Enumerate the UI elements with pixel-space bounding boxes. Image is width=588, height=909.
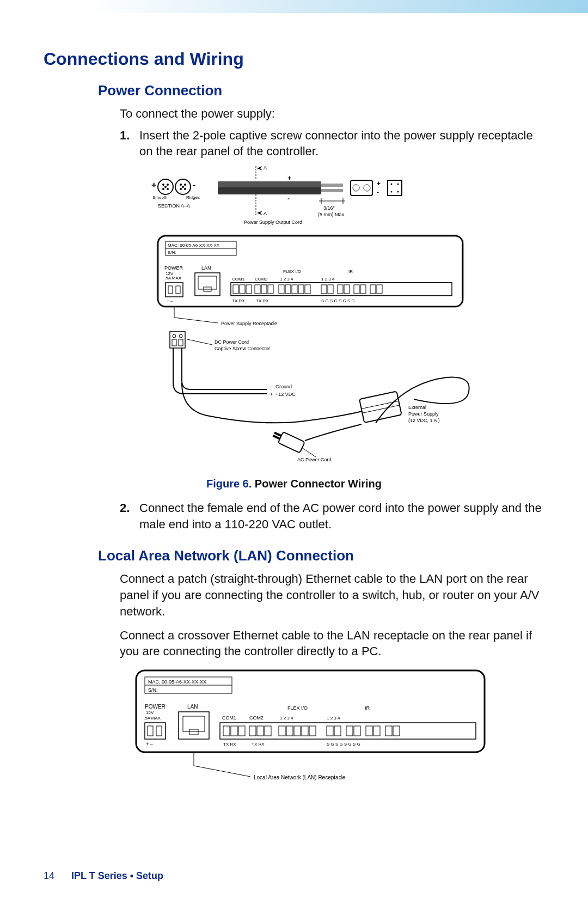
label-ir: IR (348, 269, 353, 274)
label-dim1: 3/16" (323, 205, 335, 211)
step-1-number: 1. (120, 127, 130, 144)
svg-text:1       2       3       4: 1 2 3 4 (321, 277, 335, 282)
svg-point-31 (397, 191, 399, 193)
doc-reference: IPL T Series • Setup (71, 870, 163, 881)
svg-point-8 (180, 184, 182, 186)
svg-rect-22 (351, 180, 372, 196)
svg-point-23 (353, 185, 359, 191)
label-txrx2: TX RX (256, 298, 269, 303)
lan-diagram: MAC: 00-05-A6-XX-XX-XX S/N: POWER 12V .5… (131, 665, 501, 803)
step-1-text: Insert the 2-pole captive screw connecto… (139, 129, 533, 158)
svg-point-9 (184, 184, 186, 186)
label-mac: MAC: 00-05-A6-XX-XX-XX (168, 243, 220, 248)
svg-text:COM1: COM1 (222, 715, 236, 721)
svg-text:COM2: COM2 (249, 715, 264, 721)
svg-rect-20 (321, 189, 343, 192)
svg-rect-102 (220, 723, 476, 739)
step-1: 1. Insert the 2-pole captive screw conne… (120, 127, 544, 160)
figure-6-diagram: + - Smooth Ridges SECTION A–A A A (142, 165, 490, 472)
svg-text:+  –: + – (167, 298, 173, 303)
label-power: POWER (164, 265, 183, 271)
label-ext3: (12 VDC, 1 A ) (408, 418, 440, 423)
svg-rect-82 (278, 432, 305, 453)
label-section: SECTION A–A (158, 203, 190, 209)
svg-text:1         2         3         : 1 2 3 4 (327, 716, 340, 721)
label-com1: COM1 (232, 277, 245, 282)
svg-text:1    2    3    4: 1 2 3 4 (280, 716, 293, 721)
svg-line-85 (303, 448, 316, 457)
label-vdc12: +12 VDC (275, 392, 296, 397)
svg-text:+  –: + – (146, 741, 153, 747)
svg-text:.5A MAX: .5A MAX (144, 716, 161, 721)
svg-rect-18 (218, 181, 321, 187)
svg-text:+: + (270, 392, 273, 397)
svg-text:+: + (287, 174, 291, 182)
svg-text:-: - (377, 188, 379, 196)
label-lan-receptacle: Local Area Network (LAN) Receptacle (254, 774, 346, 780)
lan-p2: Connect a crossover Ethernet cable to th… (120, 627, 544, 660)
figure-6-caption: Figure 6. Power Connector Wiring (44, 478, 544, 490)
label-csc: Captive Screw Connector (215, 346, 270, 351)
lan-connection-heading: Local Area Network (LAN) Connection (98, 547, 544, 564)
lan-p1: Connect a patch (straight-through) Ether… (120, 571, 544, 619)
label-sg: S G S G S G S G (321, 298, 355, 303)
svg-line-77 (187, 339, 212, 345)
power-connection-heading: Power Connection (98, 82, 544, 99)
label-pso: Power Supply Output Cord (244, 219, 302, 225)
label-ground: Ground (275, 384, 292, 389)
svg-text:FLEX I/O: FLEX I/O (287, 705, 308, 711)
svg-text:LAN: LAN (187, 704, 198, 710)
label-com2: COM2 (255, 277, 268, 282)
svg-text:-: - (193, 180, 195, 190)
svg-point-2 (162, 184, 164, 186)
svg-rect-94 (145, 723, 166, 739)
svg-text:S/N:: S/N: (148, 687, 158, 693)
label-a-top: A (264, 165, 267, 170)
main-title: Connections and Wiring (44, 49, 544, 69)
svg-text:TX RX: TX RX (252, 742, 265, 747)
svg-point-30 (391, 191, 393, 193)
step-2-text: Connect the female end of the AC power c… (139, 501, 542, 531)
svg-text:12V: 12V (146, 710, 154, 715)
svg-line-71 (174, 318, 218, 323)
svg-line-132 (194, 766, 250, 777)
label-dim2: (5 mm) Max. (318, 212, 346, 217)
svg-text:TX RX: TX RX (223, 742, 236, 747)
svg-point-5 (167, 188, 169, 190)
svg-text:–: – (270, 384, 273, 389)
svg-rect-19 (321, 184, 343, 187)
page-number: 14 (44, 870, 54, 881)
svg-point-10 (180, 188, 182, 190)
svg-rect-80 (359, 392, 402, 423)
label-smooth: Smooth (152, 195, 168, 200)
svg-text:+: + (151, 180, 156, 190)
label-txrx1: TX RX (232, 298, 245, 303)
label-flexio: FLEX I/O (283, 269, 301, 274)
label-lan: LAN (201, 265, 211, 271)
svg-text:-: - (287, 195, 290, 203)
figure-6-text: Power Connector Wiring (252, 478, 382, 490)
label-sn: S/N: (168, 250, 176, 255)
power-steps: 1. Insert the 2-pole captive screw conne… (120, 127, 544, 160)
svg-text:S  G  S  G  S  G  S  G: S G S G S G S G (327, 742, 360, 747)
svg-point-4 (162, 188, 164, 190)
svg-point-29 (397, 184, 399, 185)
page-footer: 14 IPL T Series • Setup (44, 870, 163, 882)
header-gradient-bar (0, 0, 588, 13)
svg-point-11 (184, 188, 186, 190)
svg-point-24 (364, 185, 370, 191)
svg-text:1   2   3   4: 1 2 3 4 (280, 277, 293, 282)
svg-point-12 (182, 186, 184, 188)
label-psr: Power Supply Receptacle (221, 321, 277, 326)
page: Connections and Wiring Power Connection … (0, 0, 588, 909)
svg-point-28 (391, 184, 393, 185)
power-steps-continued: 2. Connect the female end of the AC powe… (120, 500, 544, 532)
label-ext1: External (408, 405, 426, 410)
svg-text:+: + (377, 180, 381, 187)
label-acpc: AC Power Cord (297, 457, 332, 462)
label-ridges: Ridges (186, 195, 200, 200)
label-amp: .5A MAX (164, 276, 182, 280)
svg-text:POWER: POWER (145, 704, 166, 710)
figure-6-label: Figure 6. (206, 478, 252, 490)
svg-point-6 (164, 186, 167, 188)
